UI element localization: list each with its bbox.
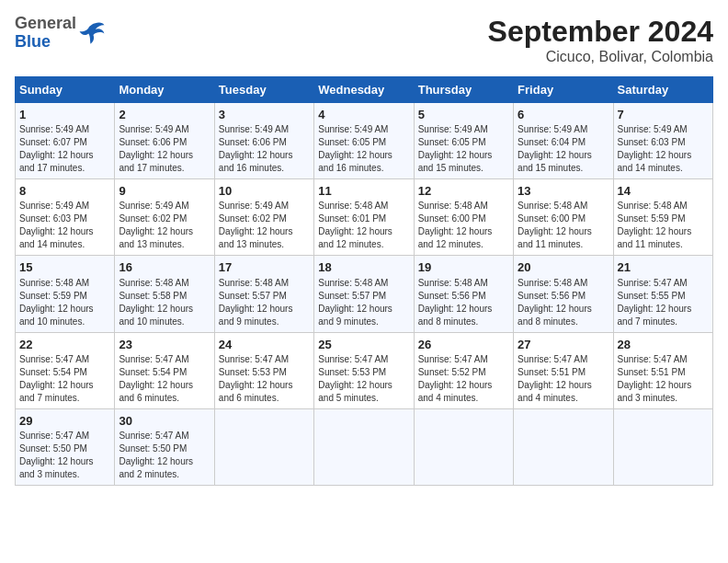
calendar-cell: 1Sunrise: 5:49 AMSunset: 6:07 PMDaylight… [16,103,115,179]
day-info: Sunrise: 5:47 AMSunset: 5:51 PMDaylight:… [618,353,709,405]
day-info: Sunrise: 5:49 AMSunset: 6:04 PMDaylight:… [518,123,609,175]
day-number: 2 [119,107,210,123]
calendar-cell: 5Sunrise: 5:49 AMSunset: 6:05 PMDaylight… [414,103,513,179]
day-number: 18 [318,259,409,276]
header-day-saturday: Saturday [613,77,712,103]
calendar-cell: 13Sunrise: 5:48 AMSunset: 6:00 PMDayligh… [514,179,613,256]
day-number: 22 [19,337,110,353]
header-day-wednesday: Wednesday [314,77,414,103]
day-info: Sunrise: 5:48 AMSunset: 5:56 PMDaylight:… [418,277,509,328]
day-info: Sunrise: 5:47 AMSunset: 5:55 PMDaylight:… [618,277,709,328]
calendar-cell: 17Sunrise: 5:48 AMSunset: 5:57 PMDayligh… [214,256,313,332]
calendar-cell: 3Sunrise: 5:49 AMSunset: 6:06 PMDaylight… [214,103,313,179]
day-number: 21 [618,259,709,276]
calendar-cell: 4Sunrise: 5:49 AMSunset: 6:05 PMDaylight… [314,103,414,179]
day-info: Sunrise: 5:49 AMSunset: 6:02 PMDaylight:… [219,200,310,251]
day-info: Sunrise: 5:48 AMSunset: 5:58 PMDaylight:… [119,277,210,328]
calendar-cell: 28Sunrise: 5:47 AMSunset: 5:51 PMDayligh… [613,332,712,408]
day-info: Sunrise: 5:48 AMSunset: 5:57 PMDaylight:… [219,277,310,328]
calendar-cell: 23Sunrise: 5:47 AMSunset: 5:54 PMDayligh… [115,332,214,408]
calendar-cell: 10Sunrise: 5:49 AMSunset: 6:02 PMDayligh… [214,179,313,256]
day-number: 30 [119,413,210,430]
day-info: Sunrise: 5:47 AMSunset: 5:53 PMDaylight:… [219,353,310,405]
header-day-sunday: Sunday [16,77,115,103]
calendar-table: SundayMondayTuesdayWednesdayThursdayFrid… [15,76,713,486]
calendar-cell: 25Sunrise: 5:47 AMSunset: 5:53 PMDayligh… [314,332,414,408]
calendar-week-2: 8Sunrise: 5:49 AMSunset: 6:03 PMDaylight… [16,179,713,256]
page-title: September 2024 [488,15,713,49]
day-info: Sunrise: 5:49 AMSunset: 6:03 PMDaylight:… [618,123,709,175]
day-number: 16 [119,259,210,276]
day-info: Sunrise: 5:49 AMSunset: 6:06 PMDaylight:… [119,123,210,175]
calendar-body: 1Sunrise: 5:49 AMSunset: 6:07 PMDaylight… [16,103,713,486]
header-day-friday: Friday [514,77,613,103]
day-number: 10 [219,183,310,200]
day-number: 6 [518,107,609,123]
calendar-cell [314,408,414,485]
calendar-cell: 14Sunrise: 5:48 AMSunset: 5:59 PMDayligh… [613,179,712,256]
day-info: Sunrise: 5:47 AMSunset: 5:50 PMDaylight:… [19,430,110,481]
calendar-week-4: 22Sunrise: 5:47 AMSunset: 5:54 PMDayligh… [16,332,713,408]
calendar-cell [514,408,613,485]
day-info: Sunrise: 5:47 AMSunset: 5:53 PMDaylight:… [318,353,409,405]
calendar-cell [214,408,313,485]
day-number: 20 [518,259,609,276]
calendar-header: SundayMondayTuesdayWednesdayThursdayFrid… [16,77,713,103]
calendar-cell: 16Sunrise: 5:48 AMSunset: 5:58 PMDayligh… [115,256,214,332]
day-info: Sunrise: 5:48 AMSunset: 5:56 PMDaylight:… [518,277,609,328]
calendar-cell: 7Sunrise: 5:49 AMSunset: 6:03 PMDaylight… [613,103,712,179]
calendar-week-3: 15Sunrise: 5:48 AMSunset: 5:59 PMDayligh… [16,256,713,332]
calendar-week-5: 29Sunrise: 5:47 AMSunset: 5:50 PMDayligh… [16,408,713,485]
day-number: 29 [19,413,110,430]
day-info: Sunrise: 5:49 AMSunset: 6:03 PMDaylight:… [19,200,110,251]
day-number: 19 [418,259,509,276]
header-day-tuesday: Tuesday [214,77,313,103]
calendar-week-1: 1Sunrise: 5:49 AMSunset: 6:07 PMDaylight… [16,103,713,179]
day-number: 25 [318,337,409,353]
day-number: 14 [618,183,709,200]
calendar-cell [414,408,513,485]
day-info: Sunrise: 5:47 AMSunset: 5:50 PMDaylight:… [119,430,210,481]
day-number: 27 [518,337,609,353]
day-number: 17 [219,259,310,276]
day-info: Sunrise: 5:47 AMSunset: 5:51 PMDaylight:… [518,353,609,405]
calendar-cell: 27Sunrise: 5:47 AMSunset: 5:51 PMDayligh… [514,332,613,408]
calendar-cell: 6Sunrise: 5:49 AMSunset: 6:04 PMDaylight… [514,103,613,179]
calendar-cell: 22Sunrise: 5:47 AMSunset: 5:54 PMDayligh… [16,332,115,408]
logo-bird-icon [78,20,106,46]
day-info: Sunrise: 5:49 AMSunset: 6:05 PMDaylight:… [418,123,509,175]
day-info: Sunrise: 5:47 AMSunset: 5:54 PMDaylight:… [19,353,110,405]
day-info: Sunrise: 5:47 AMSunset: 5:52 PMDaylight:… [418,353,509,405]
calendar-cell: 9Sunrise: 5:49 AMSunset: 6:02 PMDaylight… [115,179,214,256]
day-number: 26 [418,337,509,353]
day-number: 8 [19,183,110,200]
day-info: Sunrise: 5:48 AMSunset: 6:00 PMDaylight:… [418,200,509,251]
logo-text: General Blue [15,15,76,52]
page-header: General Blue September 2024 Cicuco, Boli… [15,15,713,65]
day-number: 5 [418,107,509,123]
day-number: 1 [19,107,110,123]
calendar-cell: 26Sunrise: 5:47 AMSunset: 5:52 PMDayligh… [414,332,513,408]
day-number: 23 [119,337,210,353]
logo-line1: General [15,15,76,33]
day-info: Sunrise: 5:47 AMSunset: 5:54 PMDaylight:… [119,353,210,405]
calendar-cell: 21Sunrise: 5:47 AMSunset: 5:55 PMDayligh… [613,256,712,332]
header-day-monday: Monday [115,77,214,103]
day-info: Sunrise: 5:49 AMSunset: 6:05 PMDaylight:… [318,123,409,175]
day-info: Sunrise: 5:49 AMSunset: 6:02 PMDaylight:… [119,200,210,251]
day-number: 3 [219,107,310,123]
day-number: 28 [618,337,709,353]
title-block: September 2024 Cicuco, Bolivar, Colombia [488,15,713,65]
calendar-cell: 11Sunrise: 5:48 AMSunset: 6:01 PMDayligh… [314,179,414,256]
day-number: 9 [119,183,210,200]
day-info: Sunrise: 5:49 AMSunset: 6:06 PMDaylight:… [219,123,310,175]
day-info: Sunrise: 5:48 AMSunset: 5:59 PMDaylight:… [19,277,110,328]
calendar-cell: 20Sunrise: 5:48 AMSunset: 5:56 PMDayligh… [514,256,613,332]
calendar-cell: 8Sunrise: 5:49 AMSunset: 6:03 PMDaylight… [16,179,115,256]
calendar-cell: 19Sunrise: 5:48 AMSunset: 5:56 PMDayligh… [414,256,513,332]
day-number: 4 [318,107,409,123]
day-info: Sunrise: 5:49 AMSunset: 6:07 PMDaylight:… [19,123,110,175]
day-number: 13 [518,183,609,200]
day-number: 15 [19,259,110,276]
day-number: 24 [219,337,310,353]
